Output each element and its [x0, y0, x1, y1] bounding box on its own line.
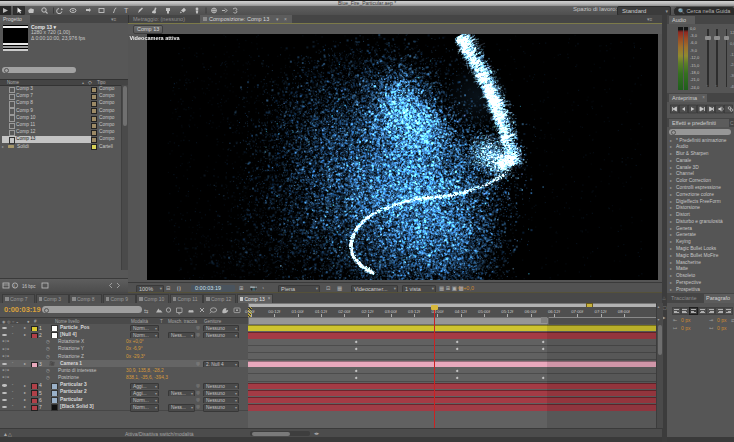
svg-text:i: i [14, 283, 15, 289]
svg-text:T: T [124, 7, 129, 14]
svg-text:⇆: ⇆ [144, 307, 149, 313]
svg-text:16 bpc: 16 bpc [22, 284, 36, 289]
